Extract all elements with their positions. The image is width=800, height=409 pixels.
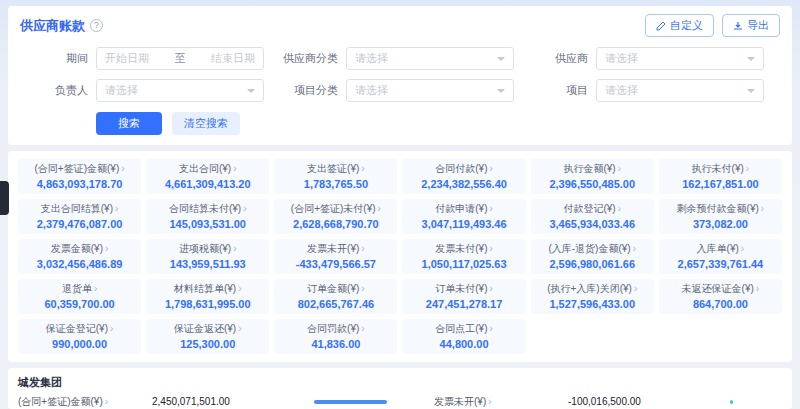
metric-value: 2,628,668,790.70 xyxy=(276,218,395,230)
group-row: 发票未开(¥)› -100,016,500.00 xyxy=(434,396,792,409)
project-category-select[interactable]: 请选择 xyxy=(346,79,514,102)
project-select[interactable]: 请选择 xyxy=(596,79,764,102)
metric-card[interactable]: 退货单› 60,359,700.00 xyxy=(18,279,141,314)
group-row-label[interactable]: (合同+签证)金额(¥)› xyxy=(18,397,152,407)
chevron-right-icon: › xyxy=(490,323,493,334)
start-date-placeholder[interactable]: 开始日期 xyxy=(105,51,149,66)
metric-card[interactable]: (合同+签证)金额(¥)› 4,863,093,178.70 xyxy=(18,159,141,194)
chevron-right-icon: › xyxy=(490,203,493,214)
metric-label: 发票未开(¥)› xyxy=(276,242,395,256)
metric-label-text: (执行+入库)关闭(¥) xyxy=(547,283,632,294)
metric-card[interactable]: 支出签证(¥)› 1,783,765.50 xyxy=(274,159,397,194)
group-row-bar-track xyxy=(730,400,792,404)
date-range-separator: 至 xyxy=(175,51,186,66)
filter-supplier-label: 供应商 xyxy=(520,51,588,66)
metric-label-text: 合同结算未付(¥) xyxy=(169,203,241,214)
filter-owner-label: 负责人 xyxy=(20,83,88,98)
metric-card[interactable]: 订单金额(¥)› 802,665,767.46 xyxy=(274,279,397,314)
filter-supplier: 供应商 请选择 xyxy=(520,47,780,70)
customize-button[interactable]: 自定义 xyxy=(645,14,714,37)
metric-label-text: 发票未付(¥) xyxy=(435,243,487,254)
chevron-right-icon: › xyxy=(634,283,637,294)
metric-card[interactable]: 入库单(¥)› 2,657,339,761.44 xyxy=(659,239,782,274)
chevron-right-icon: › xyxy=(490,243,493,254)
metric-label-text: 入库单(¥) xyxy=(697,243,739,254)
group-row-bar-track xyxy=(314,400,406,404)
filter-panel: 供应商账款 ? 自定义 导出 期间 开始日期 至 结束日期 xyxy=(8,6,792,145)
metric-card[interactable]: 执行未付(¥)› 162,167,851.00 xyxy=(659,159,782,194)
metric-label-text: 进项税额(¥) xyxy=(179,243,231,254)
supplier-category-select[interactable]: 请选择 xyxy=(346,47,514,70)
metric-value: 3,465,934,033.46 xyxy=(533,218,652,230)
group-row-label[interactable]: 发票未开(¥)› xyxy=(434,397,568,407)
metric-card[interactable]: (执行+入库)关闭(¥)› 1,527,596,433.00 xyxy=(531,279,654,314)
group-panel: 城发集团 (合同+签证)金额(¥)› 2,450,071,501.00 支出合同… xyxy=(8,368,792,409)
metric-label-text: 执行金额(¥) xyxy=(563,163,615,174)
chevron-right-icon: › xyxy=(488,397,491,407)
sidebar-collapse-handle[interactable] xyxy=(0,181,9,215)
owner-placeholder: 请选择 xyxy=(105,83,138,98)
metrics-grid: (合同+签证)金额(¥)› 4,863,093,178.70 支出合同(¥)› … xyxy=(18,159,782,354)
metric-label: 付款登记(¥)› xyxy=(533,202,652,216)
metric-card[interactable]: 未返还保证金(¥)› 864,700.00 xyxy=(659,279,782,314)
metric-label-text: (入库-退货)金额(¥) xyxy=(548,243,630,254)
filter-project-category-label: 项目分类 xyxy=(270,83,338,98)
metric-card[interactable]: 合同点工(¥)› 44,800.00 xyxy=(402,319,525,354)
metric-value: 162,167,851.00 xyxy=(661,178,780,190)
metric-label-text: 材料结算单(¥) xyxy=(174,283,236,294)
metric-label: 合同付款(¥)› xyxy=(404,162,523,176)
help-icon[interactable]: ? xyxy=(90,19,103,32)
metric-card[interactable]: 合同付款(¥)› 2,234,382,556.40 xyxy=(402,159,525,194)
metric-card[interactable]: 保证金返还(¥)› 125,300.00 xyxy=(146,319,269,354)
filter-grid: 期间 开始日期 至 结束日期 供应商分类 请选择 供应商 请选择 负责人 xyxy=(20,47,780,102)
end-date-placeholder[interactable]: 结束日期 xyxy=(211,51,255,66)
chevron-right-icon: › xyxy=(105,397,108,407)
chevron-right-icon: › xyxy=(361,243,364,254)
metric-label-text: 支出签证(¥) xyxy=(307,163,359,174)
project-placeholder: 请选择 xyxy=(605,83,638,98)
metric-card[interactable]: 进项税额(¥)› 143,959,511.93 xyxy=(146,239,269,274)
metric-card[interactable]: 剩余预付款金额(¥)› 373,082.00 xyxy=(659,199,782,234)
metric-label: (合同+签证)未付(¥)› xyxy=(276,202,395,216)
supplier-placeholder: 请选择 xyxy=(605,51,638,66)
search-button[interactable]: 搜索 xyxy=(96,112,162,135)
metric-value: 2,657,339,761.44 xyxy=(661,258,780,270)
metric-value: 1,783,765.50 xyxy=(276,178,395,190)
group-row-value: -100,016,500.00 xyxy=(568,397,716,407)
metric-label: 剩余预付款金额(¥)› xyxy=(661,202,780,216)
metric-card[interactable]: 订单未付(¥)› 247,451,278.17 xyxy=(402,279,525,314)
date-range-input[interactable]: 开始日期 至 结束日期 xyxy=(96,47,264,70)
chevron-right-icon: › xyxy=(756,283,759,294)
metric-label: 发票未付(¥)› xyxy=(404,242,523,256)
metric-label: 材料结算单(¥)› xyxy=(148,282,267,296)
metric-card[interactable]: 保证金登记(¥)› 990,000.00 xyxy=(18,319,141,354)
filter-project-category: 项目分类 请选择 xyxy=(270,79,520,102)
metric-value: 247,451,278.17 xyxy=(404,298,523,310)
supplier-select[interactable]: 请选择 xyxy=(596,47,764,70)
metric-card[interactable]: 支出合同结算(¥)› 2,379,476,087.00 xyxy=(18,199,141,234)
metric-value: 2,234,382,556.40 xyxy=(404,178,523,190)
metric-card[interactable]: 材料结算单(¥)› 1,798,631,995.00 xyxy=(146,279,269,314)
clear-search-button[interactable]: 清空搜索 xyxy=(172,112,240,135)
edit-icon xyxy=(656,21,666,31)
metric-card[interactable]: 执行金额(¥)› 2,396,550,485.00 xyxy=(531,159,654,194)
metric-label: 退货单› xyxy=(20,282,139,296)
export-button[interactable]: 导出 xyxy=(722,14,780,37)
metric-label: 订单未付(¥)› xyxy=(404,282,523,296)
metric-card[interactable]: 付款申请(¥)› 3,047,119,493.46 xyxy=(402,199,525,234)
metric-card[interactable]: 付款登记(¥)› 3,465,934,033.46 xyxy=(531,199,654,234)
metric-card[interactable]: 合同结算未付(¥)› 145,093,531.00 xyxy=(146,199,269,234)
metric-value: 3,047,119,493.46 xyxy=(404,218,523,230)
metric-card[interactable]: (合同+签证)未付(¥)› 2,628,668,790.70 xyxy=(274,199,397,234)
metric-label-text: (合同+签证)未付(¥) xyxy=(291,203,376,214)
metric-card[interactable]: 支出合同(¥)› 4,661,309,413.20 xyxy=(146,159,269,194)
metric-card[interactable]: 合同罚款(¥)› 41,836.00 xyxy=(274,319,397,354)
metric-card[interactable]: 发票金额(¥)› 3,032,456,486.89 xyxy=(18,239,141,274)
metric-card[interactable]: 发票未付(¥)› 1,050,117,025.63 xyxy=(402,239,525,274)
metric-label: 支出合同结算(¥)› xyxy=(20,202,139,216)
metric-card[interactable]: 发票未开(¥)› -433,479,566.57 xyxy=(274,239,397,274)
metric-value: -433,479,566.57 xyxy=(276,258,395,270)
owner-select[interactable]: 请选择 xyxy=(96,79,264,102)
chevron-right-icon: › xyxy=(761,203,764,214)
metric-card[interactable]: (入库-退货)金额(¥)› 2,596,980,061.66 xyxy=(531,239,654,274)
